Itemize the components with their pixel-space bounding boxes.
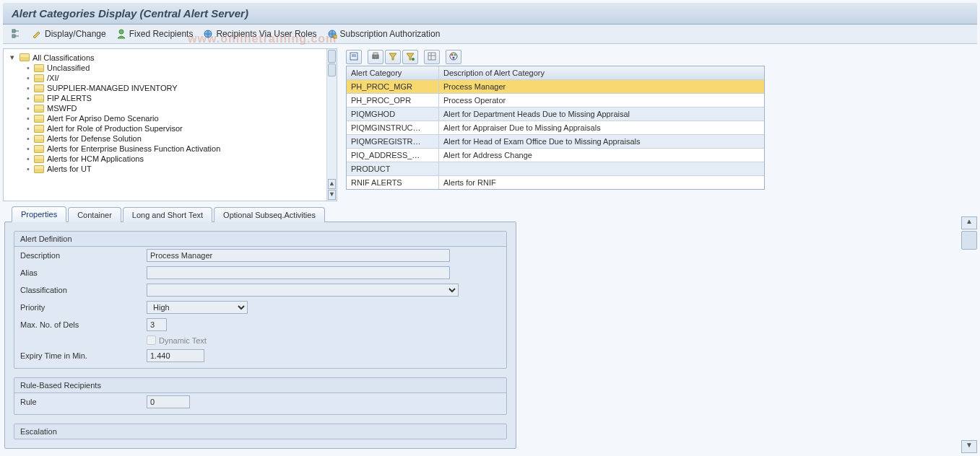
tab-container[interactable]: Container — [68, 207, 121, 222]
tree-item[interactable]: •Unclassified — [5, 63, 325, 73]
dynamic-text-checkbox[interactable]: Dynamic Text — [147, 336, 207, 345]
dynamic-text-label: Dynamic Text — [159, 336, 207, 345]
group-rule-recipients: Rule-Based Recipients Rule — [14, 377, 507, 415]
scroll-up-icon[interactable]: ▲ — [328, 179, 336, 189]
cell-category: PRODUCT — [347, 162, 439, 175]
tab-subseq[interactable]: Optional Subseq.Activities — [214, 207, 325, 222]
tree-icon — [12, 29, 22, 39]
right-scrollbar[interactable]: ▲ ▼ — [961, 216, 977, 453]
priority-select[interactable]: High — [147, 301, 248, 314]
cell-category: RNIF ALERTS — [347, 176, 439, 189]
folder-icon — [34, 64, 44, 72]
table-row[interactable]: PH_PROC_OPR Process Operator — [347, 94, 764, 108]
svg-rect-0 — [12, 30, 15, 32]
cell-category: PIQ_ADDRESS_… — [347, 149, 439, 162]
description-field[interactable] — [147, 249, 450, 262]
scroll-grip[interactable] — [961, 231, 977, 250]
header-description[interactable]: Description of Alert Category — [439, 66, 764, 79]
filter-set-icon — [406, 52, 415, 62]
alias-field[interactable] — [147, 266, 450, 279]
tree-item[interactable]: •MSWFD — [5, 103, 325, 113]
tree-item[interactable]: •Alert for Role of Production Supervisor — [5, 123, 325, 133]
layout-button[interactable] — [424, 50, 440, 64]
toolbar-tree-button[interactable] — [12, 29, 22, 39]
tree-item-label: FIP ALERTS — [47, 94, 92, 102]
legend-button[interactable] — [446, 50, 461, 64]
tree[interactable]: ▾ All Classifications •Unclassified •/XI… — [4, 49, 326, 201]
cell-description — [439, 162, 764, 175]
svg-point-19 — [454, 54, 456, 56]
tree-item[interactable]: •Alert For Apriso Demo Scenario — [5, 113, 325, 123]
tree-item[interactable]: •FIP ALERTS — [5, 93, 325, 103]
tab-properties[interactable]: Properties — [12, 206, 66, 222]
tree-item-label: MSWFD — [47, 104, 77, 113]
svg-rect-14 — [428, 53, 435, 60]
maxdels-field[interactable] — [147, 318, 167, 331]
folder-icon — [34, 165, 44, 173]
classification-select[interactable] — [147, 284, 459, 297]
scroll-handle[interactable] — [328, 63, 336, 76]
svg-point-4 — [119, 30, 123, 34]
legend-icon — [449, 52, 458, 62]
globe-icon — [203, 29, 213, 39]
tree-item-label: Alerts for Defense Solution — [47, 134, 142, 143]
folder-icon — [19, 53, 30, 61]
label-classification: Classification — [20, 286, 147, 294]
tree-item-label: Alert For Apriso Demo Scenario — [47, 114, 159, 123]
table-row[interactable]: PIQ_ADDRESS_… Alert for Address Change — [347, 149, 764, 162]
main-toolbar: Display/Change Fixed Recipients Recipien… — [3, 25, 977, 44]
header-category[interactable]: Alert Category — [347, 66, 439, 79]
cell-description: Process Manager — [439, 80, 764, 93]
user-green-icon — [116, 29, 126, 39]
group-alert-definition: Alert Definition Description Alias Class… — [14, 231, 507, 369]
scroll-down-icon[interactable]: ▼ — [328, 190, 336, 200]
tab-longshort[interactable]: Long and Short Text — [123, 207, 212, 222]
tree-pane: ▾ All Classifications •Unclassified •/XI… — [3, 48, 337, 201]
table-row[interactable]: PIQMGHOD Alert for Department Heads Due … — [347, 108, 764, 121]
folder-icon — [34, 95, 44, 102]
filter-set-button[interactable] — [402, 50, 418, 64]
table-row[interactable]: PIQMGINSTRUC… Alert for Appraiser Due to… — [347, 121, 764, 135]
fixed-recipients-button[interactable]: Fixed Recipients — [116, 29, 194, 39]
globe-plus-icon — [327, 29, 337, 39]
scroll-handle[interactable] — [328, 50, 336, 63]
table-row[interactable]: RNIF ALERTS Alerts for RNIF — [347, 176, 764, 189]
tree-scroll[interactable]: ▲ ▼ — [326, 49, 337, 201]
tree-item[interactable]: •Alerts for Defense Solution — [5, 133, 325, 144]
tree-item[interactable]: •Alerts for Enterprise Business Function… — [5, 144, 325, 154]
tree-item[interactable]: •SUPPLIER-MANAGED INVENTORY — [5, 83, 325, 93]
table-row[interactable]: PH_PROC_MGR Process Manager — [347, 80, 764, 94]
tree-item[interactable]: •/XI/ — [5, 73, 325, 83]
label-maxdels: Max. No. of Dels — [20, 320, 147, 329]
detail-icon — [350, 52, 358, 62]
table-row[interactable]: PRODUCT — [347, 162, 764, 176]
cell-category: PH_PROC_OPR — [347, 94, 439, 107]
collapse-icon[interactable]: ▾ — [8, 53, 17, 62]
table-row[interactable]: PIQMGREGISTR… Alert for Head of Exam Off… — [347, 135, 764, 149]
print-button[interactable] — [368, 50, 383, 64]
folder-icon — [34, 105, 44, 113]
label-priority: Priority — [20, 303, 147, 312]
scroll-up-icon[interactable]: ▲ — [961, 216, 977, 229]
scroll-down-icon[interactable]: ▼ — [961, 440, 977, 453]
cell-description: Alert for Head of Exam Office Due to Mis… — [439, 135, 764, 148]
pencil-icon — [32, 29, 42, 39]
tree-item-label: Alerts for HCM Applications — [47, 154, 144, 163]
tree-root[interactable]: ▾ All Classifications — [5, 52, 325, 63]
subscription-auth-button[interactable]: Subscription Authorization — [327, 29, 441, 39]
display-change-button[interactable]: Display/Change — [32, 29, 106, 39]
recipients-roles-button[interactable]: Recipients Via User Roles — [203, 29, 316, 39]
label-alias: Alias — [20, 268, 147, 277]
dynamic-text-box[interactable] — [147, 336, 156, 345]
folder-icon — [34, 74, 44, 82]
expiry-field[interactable] — [147, 349, 204, 362]
grid-header[interactable]: Alert Category Description of Alert Cate… — [347, 66, 764, 80]
folder-icon — [34, 155, 44, 163]
tree-item-label: SUPPLIER-MANAGED INVENTORY — [47, 84, 178, 92]
tree-item[interactable]: •Alerts for UT — [5, 164, 325, 174]
rule-field[interactable] — [147, 395, 190, 408]
tree-item-label: Alerts for Enterprise Business Function … — [47, 144, 220, 153]
filter-button[interactable] — [385, 50, 401, 64]
tree-item[interactable]: •Alerts for HCM Applications — [5, 154, 325, 164]
details-button[interactable] — [346, 50, 362, 64]
